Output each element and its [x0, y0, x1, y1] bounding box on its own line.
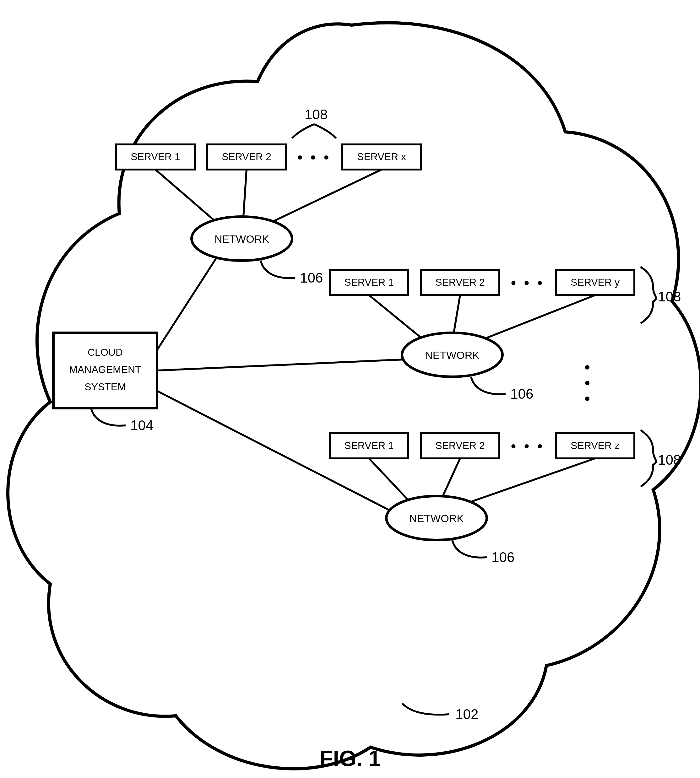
- c0-link-s1: [243, 170, 247, 217]
- ref-108-top: 108: [305, 107, 328, 122]
- c2-network-label: NETWORK: [409, 512, 464, 524]
- ref-108-c1: 108: [658, 289, 681, 304]
- c2-link-s1: [443, 458, 460, 496]
- leader-102: [402, 703, 449, 715]
- ref-108-c2: 108: [658, 452, 681, 468]
- ref-106-c0: 106: [300, 270, 323, 285]
- ref-106-c1: 106: [510, 386, 533, 401]
- ref-102: 102: [455, 706, 478, 722]
- c0-network-label: NETWORK: [215, 233, 269, 245]
- brace-108-c2: [641, 430, 656, 486]
- trunk-cms-c1: [157, 360, 403, 370]
- brace-108-c1: [641, 267, 656, 323]
- c0-server0-label: SERVER 1: [131, 151, 180, 162]
- c1-server0-label: SERVER 1: [344, 277, 394, 288]
- vdot1: [585, 365, 590, 370]
- cms-line2: MANAGEMENT: [69, 364, 141, 375]
- c2-server0-label: SERVER 1: [344, 440, 394, 451]
- cms-line3: SYSTEM: [85, 381, 126, 392]
- c1-server1-label: SERVER 2: [435, 277, 485, 288]
- leader-106-c2: [452, 540, 487, 558]
- leader-104: [91, 408, 126, 426]
- c1-ellipsis: • • •: [511, 275, 544, 291]
- figure-label: FIG. 1: [320, 746, 381, 771]
- c2-link-s0: [369, 458, 408, 500]
- c0-server1-label: SERVER 2: [222, 151, 271, 162]
- brace-108-top: [292, 124, 336, 138]
- c1-link-s1: [454, 295, 460, 333]
- ref-106-c2: 106: [492, 550, 514, 565]
- ref-104: 104: [130, 418, 153, 433]
- c1-link-s0: [369, 295, 421, 338]
- cms-line1: CLOUD: [88, 347, 123, 358]
- c2-server1-label: SERVER 2: [435, 440, 485, 451]
- trunk-cms-c0: [157, 257, 217, 350]
- vdot3: [585, 396, 590, 401]
- c0-server2-label: SERVER x: [357, 151, 406, 162]
- c2-ellipsis: • • •: [511, 438, 544, 454]
- leader-106-c1: [471, 377, 506, 394]
- vdot2: [585, 381, 590, 385]
- c0-ellipsis: • • •: [297, 149, 331, 165]
- c2-server2-label: SERVER z: [571, 440, 620, 451]
- c1-network-label: NETWORK: [425, 349, 480, 361]
- c0-link-s0: [155, 170, 213, 220]
- c1-link-s2: [485, 295, 595, 338]
- c2-link-s2: [471, 458, 595, 502]
- c0-link-s2: [273, 170, 382, 222]
- diagram-canvas: 102 CLOUD MANAGEMENT SYSTEM 104 SERVER 1…: [0, 0, 700, 778]
- c1-server2-label: SERVER y: [571, 277, 620, 288]
- leader-106-c0: [261, 261, 295, 278]
